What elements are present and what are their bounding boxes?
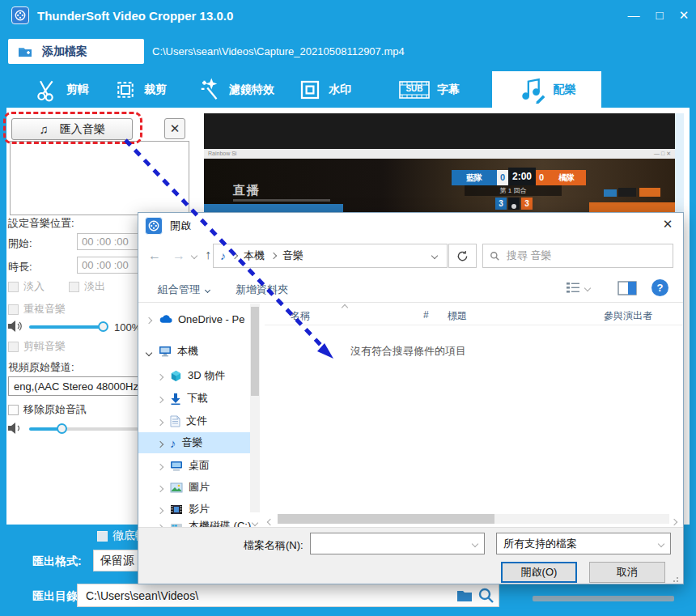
crumb-this-pc[interactable]: 本機: [244, 249, 265, 263]
resize-grip[interactable]: [673, 575, 680, 582]
column-header-title[interactable]: 標題: [448, 309, 467, 323]
search-placeholder: 搜尋 音樂: [507, 249, 552, 263]
download-icon: [170, 393, 181, 405]
export-dir-label: 匯出目錄:: [32, 589, 82, 604]
repeat-music-checkbox[interactable]: 重複音樂: [8, 302, 66, 316]
export-format-label: 匯出格式:: [32, 554, 82, 569]
help-button[interactable]: ?: [651, 279, 668, 296]
dialog-footer: 檔案名稱(N): 所有支持的檔案 開啟(O) 取消: [138, 527, 683, 584]
expand-icon[interactable]: [157, 485, 163, 491]
open-folder-search-icon[interactable]: [477, 587, 495, 605]
music-volume-slider[interactable]: [29, 325, 102, 329]
hscroll-left-button[interactable]: [265, 513, 276, 525]
new-folder-button[interactable]: 新增資料夾: [236, 283, 288, 297]
back-icon[interactable]: ←: [148, 249, 161, 263]
stream-watermark: 直播: [233, 183, 261, 198]
browse-folder-icon[interactable]: [456, 589, 473, 602]
crumb-music[interactable]: 音樂: [282, 249, 303, 263]
filename-input[interactable]: [310, 533, 485, 554]
tree-scrollbar-thumb[interactable]: [251, 307, 259, 396]
tab-clip[interactable]: 剪輯: [34, 71, 115, 108]
tree-scroll-down-button[interactable]: [248, 514, 261, 527]
player-banner-left: [204, 204, 343, 212]
add-file-label: 添加檔案: [42, 45, 87, 59]
filename-dropdown-icon: [472, 540, 478, 546]
cancel-button[interactable]: 取消: [589, 562, 665, 583]
tree-item-pictures[interactable]: 圖片: [156, 477, 265, 498]
history-chevron-icon[interactable]: [191, 253, 197, 259]
tree-item-3d-objects[interactable]: 3D 物件: [156, 365, 265, 386]
app-icon: [11, 6, 29, 24]
tab-crop[interactable]: 裁剪: [113, 71, 190, 108]
maximize-button[interactable]: □: [649, 7, 670, 23]
expand-icon[interactable]: [157, 463, 163, 469]
import-music-button[interactable]: ♫ 匯入音樂: [11, 118, 133, 140]
dialog-title: 開啟: [170, 219, 191, 233]
source-track-label: 視頻原始聲道:: [8, 360, 74, 375]
tree-scrollbar[interactable]: [250, 304, 260, 512]
expand-icon[interactable]: [157, 507, 163, 513]
view-mode-button[interactable]: [566, 282, 590, 294]
list-hscrollbar-thumb[interactable]: [278, 514, 494, 524]
tree-item-downloads[interactable]: 下載: [156, 388, 265, 409]
tree-item-documents[interactable]: 文件: [156, 410, 265, 431]
clip-music-checkbox[interactable]: 剪輯音樂: [8, 339, 66, 354]
fade-out-checkbox[interactable]: 淡出: [69, 279, 105, 294]
remove-music-button[interactable]: ✕: [164, 118, 185, 139]
empty-folder-message: 沒有符合搜尋條件的項目: [350, 344, 466, 359]
dialog-titlebar[interactable]: 開啟: [138, 213, 683, 239]
export-dir-field[interactable]: C:\Users\sean\Videos\: [77, 584, 499, 607]
score-right-team: 橘隊: [547, 170, 586, 185]
fade-in-checkbox[interactable]: 淡入: [8, 279, 45, 294]
filetype-select[interactable]: 所有支持的檔案: [496, 533, 671, 554]
expand-icon[interactable]: [157, 373, 163, 380]
tab-subtitle[interactable]: SUB 字幕: [398, 71, 483, 108]
music-list[interactable]: [10, 141, 189, 215]
column-header-name[interactable]: 名稱: [291, 309, 310, 323]
expand-icon[interactable]: [157, 396, 163, 402]
crumb-chevron-icon: [231, 253, 238, 259]
tree-item-desktop[interactable]: 桌面: [156, 455, 265, 476]
sort-ascending-icon: [342, 304, 348, 311]
music-pencil-icon: [518, 76, 547, 104]
hscroll-right-button[interactable]: [671, 513, 682, 525]
organize-menu[interactable]: 組合管理: [158, 283, 210, 297]
remove-original-audio-checkbox[interactable]: 移除原始音訊: [8, 402, 87, 417]
breadcrumb[interactable]: ♪ 本機 音樂: [213, 244, 448, 268]
music-note-icon: ♫: [39, 122, 48, 136]
original-volume-thumb[interactable]: [57, 423, 67, 434]
music-volume-thumb[interactable]: [98, 321, 108, 332]
column-header-artist[interactable]: 參與演出者: [604, 309, 652, 323]
checkbox-icon: [8, 282, 19, 292]
minimize-button[interactable]: —: [623, 7, 644, 23]
collapse-icon[interactable]: [146, 349, 152, 355]
set-position-label: 設定音樂位置:: [8, 216, 74, 231]
original-volume-track[interactable]: [62, 427, 138, 431]
tree-item-music[interactable]: ♪ 音樂: [138, 432, 260, 453]
up-icon[interactable]: ↑: [205, 248, 211, 262]
expand-icon[interactable]: [157, 440, 163, 447]
crumb-dropdown-icon[interactable]: [431, 253, 438, 259]
watermark-icon: [298, 78, 322, 102]
open-button[interactable]: 開啟(O): [501, 562, 577, 583]
tab-watermark[interactable]: 水印: [298, 71, 371, 108]
list-hscrollbar[interactable]: [278, 514, 669, 524]
dialog-close-button[interactable]: ✕: [656, 217, 679, 235]
music-folder-icon: ♪: [220, 249, 226, 262]
tab-filter-effects[interactable]: 濾鏡特效: [198, 71, 299, 108]
refresh-button[interactable]: [448, 244, 477, 268]
filetype-dropdown-icon: [658, 540, 664, 546]
search-box[interactable]: 搜尋 音樂: [482, 244, 673, 268]
expand-icon[interactable]: [146, 316, 152, 323]
expand-icon[interactable]: [157, 418, 163, 425]
preview-pane-button[interactable]: [617, 281, 637, 295]
forward-icon[interactable]: →: [172, 249, 185, 263]
add-file-button[interactable]: 添加檔案: [8, 39, 144, 64]
export-option-checkbox[interactable]: 徹底轉: [97, 529, 138, 543]
tree-item-onedrive[interactable]: OneDrive - Pe: [145, 308, 254, 329]
column-header-number[interactable]: #: [423, 309, 429, 321]
tab-music[interactable]: 配樂: [492, 71, 601, 108]
checkbox-icon: [8, 304, 19, 315]
close-button[interactable]: ✕: [673, 7, 694, 23]
tree-item-this-pc[interactable]: 本機: [145, 341, 254, 362]
